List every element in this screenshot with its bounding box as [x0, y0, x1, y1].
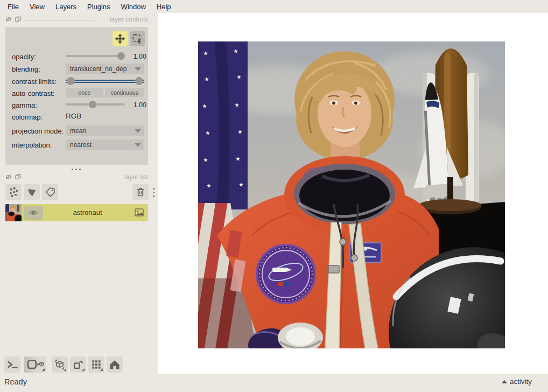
pan-zoom-tool-button[interactable]	[113, 31, 128, 46]
labels-tag-icon	[43, 185, 57, 199]
layer-controls-dock-title: layer controls	[110, 16, 148, 23]
gamma-value: 1.00	[123, 101, 146, 109]
projection-mode-label: projection mode:	[12, 127, 64, 135]
menu-plugins[interactable]: Plugins	[82, 1, 116, 12]
cube-roll-icon	[53, 358, 67, 372]
transform-tool-button[interactable]	[130, 31, 145, 46]
status-message: Ready	[4, 374, 27, 390]
home-reset-view-button[interactable]	[107, 356, 123, 373]
dock-float-icon[interactable]	[15, 16, 21, 22]
home-icon	[108, 358, 121, 371]
gamma-label: gamma:	[12, 101, 37, 109]
transpose-dimensions-button[interactable]	[70, 356, 86, 373]
status-bar: Ready activity	[0, 374, 548, 392]
image-layer-astronaut[interactable]	[198, 41, 505, 348]
dock-splitter-handle[interactable]	[72, 169, 81, 170]
menu-window[interactable]: Window	[116, 1, 151, 12]
opacity-value: 1.00	[123, 53, 146, 60]
delete-layer-button[interactable]	[132, 184, 149, 200]
layer-list-resize-handle[interactable]	[153, 188, 154, 197]
opacity-slider[interactable]	[66, 52, 125, 60]
contrast-limits-range-slider[interactable]	[66, 76, 144, 86]
colormap-label: colormap:	[12, 113, 43, 121]
eye-icon	[28, 208, 39, 217]
activity-expand-icon	[502, 380, 507, 383]
move-arrows-icon	[114, 32, 127, 45]
dock-hide-icon[interactable]	[5, 174, 11, 180]
layer-visibility-button[interactable]	[24, 206, 43, 220]
transform-icon	[131, 32, 144, 45]
blending-dropdown[interactable]: translucent_no_dep	[66, 64, 144, 74]
dock-title-rule	[24, 178, 99, 178]
new-labels-layer-button[interactable]	[42, 184, 58, 200]
transpose-icon	[71, 358, 85, 372]
grid-view-button[interactable]	[88, 356, 104, 373]
shapes-icon	[25, 185, 39, 199]
2d-3d-toggle-icon	[25, 358, 45, 372]
console-toggle-button[interactable]	[4, 356, 20, 373]
layer-controls-dock-titlebar: layer controls	[0, 15, 158, 24]
projection-mode-dropdown[interactable]: mean	[66, 125, 144, 136]
dock-title-rule	[24, 20, 94, 20]
menu-view[interactable]: View	[24, 1, 50, 12]
colormap-value: RGB	[66, 112, 81, 120]
auto-contrast-once-button[interactable]: once	[66, 88, 103, 97]
interpolation-dropdown[interactable]: nearest	[66, 139, 144, 150]
viewer-canvas[interactable]	[158, 13, 548, 374]
auto-contrast-label: auto-contrast:	[12, 89, 55, 97]
layer-thumbnail	[5, 204, 22, 221]
trash-icon	[134, 185, 147, 199]
blending-value: translucent_no_dep	[70, 64, 131, 74]
projection-mode-value: mean	[70, 125, 131, 136]
menu-help[interactable]: Help	[151, 1, 177, 12]
contrast-limits-label: contrast limits:	[12, 78, 57, 86]
roll-dimensions-button[interactable]	[52, 356, 68, 373]
points-icon	[6, 185, 20, 199]
blending-label: blending:	[12, 65, 40, 73]
menu-layers[interactable]: Layers	[50, 1, 82, 12]
grid-icon	[90, 358, 103, 371]
console-icon	[5, 358, 19, 371]
layer-controls-panel: opacity: 1.00 blending: translucent_no_d…	[5, 27, 148, 165]
image-layer-icon	[135, 208, 144, 216]
menu-file[interactable]: File	[2, 1, 24, 12]
layer-name: astronaut	[43, 204, 132, 221]
activity-label: activity	[510, 374, 532, 390]
chevron-down-icon	[135, 129, 141, 133]
chevron-down-icon	[135, 143, 141, 147]
layer-list-dock-title: layer list	[124, 173, 148, 181]
menu-bar: File View Layers Plugins Window Help	[0, 0, 548, 13]
gamma-slider[interactable]	[66, 100, 125, 109]
new-shapes-layer-button[interactable]	[24, 184, 40, 200]
activity-button[interactable]: activity	[502, 374, 532, 390]
dock-hide-icon[interactable]	[5, 16, 11, 22]
dock-float-icon[interactable]	[15, 174, 21, 180]
chevron-down-icon	[135, 67, 141, 71]
layer-row-astronaut[interactable]: astronaut	[5, 204, 148, 221]
interpolation-label: interpolation:	[12, 141, 52, 149]
ndisplay-toggle-button[interactable]	[24, 356, 46, 373]
auto-contrast-continuous-button[interactable]: continuous	[105, 88, 144, 97]
new-points-layer-button[interactable]	[5, 184, 22, 200]
interpolation-value: nearest	[70, 139, 131, 150]
layer-list-dock-titlebar: layer list	[0, 173, 158, 181]
opacity-label: opacity:	[12, 53, 36, 61]
